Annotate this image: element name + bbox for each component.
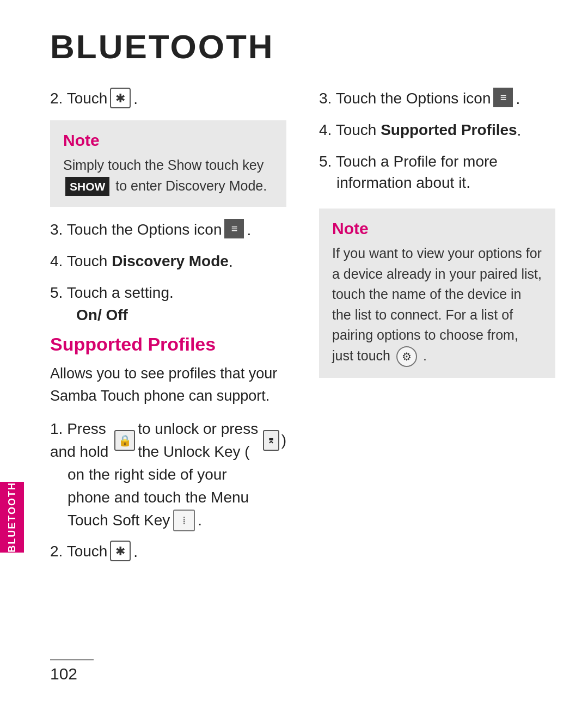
on-off-label: On/ Off — [76, 306, 286, 324]
step-3-right: 3. Touch the Options icon ≡ . — [319, 88, 555, 111]
step-2-period: . — [133, 88, 138, 111]
section-desc: Allows you to see profiles that your Sam… — [50, 363, 286, 407]
bluetooth-icon-2: ✱ — [110, 541, 131, 561]
note-title-2: Note — [332, 219, 542, 238]
page-title: BLUETOOTH — [50, 27, 555, 66]
step-4-right-bold: Supported Profiles — [381, 119, 517, 140]
step-3-period: . — [247, 219, 251, 242]
step-5-right-line2: information about it. — [336, 172, 555, 193]
two-column-layout: 2. Touch ✱ . Note Simply touch the Show … — [50, 88, 555, 643]
note-text-1a: Simply touch the Show touch key — [63, 157, 264, 173]
sub-step-2-text: 2. Touch — [50, 541, 107, 562]
step-4-right-prefix: 4. Touch — [319, 119, 376, 140]
unlock-key-icon: ⌆ — [263, 430, 279, 451]
supported-profiles-heading: Supported Profiles — [50, 334, 286, 355]
step-4-bold: Discovery Mode — [112, 250, 229, 272]
left-column: 2. Touch ✱ . Note Simply touch the Show … — [50, 88, 286, 643]
page-footer: 102 — [50, 643, 555, 683]
note-text-2: If you want to view your options for a d… — [332, 243, 542, 367]
options-icon-right: ≡ — [493, 88, 513, 107]
sub-step-1-line1: 1. Press and hold 🔒 to unlock or press t… — [50, 418, 286, 463]
note-box-2: Note If you want to view your options fo… — [319, 209, 555, 378]
page-number: 102 — [50, 665, 555, 683]
note-text-2-body: If you want to view your options for a d… — [332, 246, 542, 363]
sub-step-1-mid: to unlock or press the Unlock Key ( — [138, 418, 261, 463]
sub-step-1: 1. Press and hold 🔒 to unlock or press t… — [50, 418, 286, 532]
sidebar: BLUETOOTH — [0, 0, 28, 705]
step-4-period: . — [229, 250, 233, 273]
sub-step-2: 2. Touch ✱ . — [50, 541, 286, 563]
step-4-prefix: 4. Touch — [50, 250, 107, 272]
step-5-right-line1: 5. Touch a Profile for more — [319, 151, 555, 172]
sub-step-1-cont3: Touch Soft Key ⁞ . — [68, 509, 286, 532]
note-text-2-end: . — [423, 348, 427, 363]
main-content: BLUETOOTH 2. Touch ✱ . Note Simply touch… — [28, 0, 588, 705]
gear-icon: ⚙ — [396, 346, 417, 367]
sub-step-1-paren: ) — [281, 429, 286, 452]
footer-divider — [50, 659, 94, 660]
step-4-left: 4. Touch Discovery Mode . — [50, 250, 286, 273]
step-3-right-period: . — [516, 88, 520, 111]
sub-step-1-cont2: phone and touch the Menu — [68, 486, 286, 509]
options-icon-left: ≡ — [224, 219, 244, 238]
right-column: 3. Touch the Options icon ≡ . 4. Touch S… — [319, 88, 555, 643]
step-3-right-text: 3. Touch the Options icon — [319, 88, 491, 109]
menu-grid-icon: ⁞ — [173, 510, 195, 531]
note-text-1: Simply touch the Show touch key SHOW to … — [63, 155, 273, 196]
sub-step-1-cont: on the right side of your — [68, 463, 286, 486]
step-5-left: 5. Touch a setting. — [50, 282, 286, 303]
sidebar-tab: BLUETOOTH — [0, 482, 24, 553]
note-title-1: Note — [63, 131, 273, 150]
sidebar-label: BLUETOOTH — [7, 482, 18, 553]
note-box-1: Note Simply touch the Show touch key SHO… — [50, 120, 286, 207]
sub-step-2-period: . — [133, 541, 138, 563]
bluetooth-icon-1: ✱ — [110, 88, 131, 108]
lock-icon: 🔒 — [114, 430, 135, 451]
step-3-left: 3. Touch the Options icon ≡ . — [50, 219, 286, 242]
step-3-left-text: 3. Touch the Options icon — [50, 219, 222, 240]
step-4-right-period: . — [517, 119, 522, 142]
step-2-text: 2. Touch — [50, 88, 107, 109]
step-5-text: 5. Touch a setting. — [50, 282, 174, 303]
step-2: 2. Touch ✱ . — [50, 88, 286, 111]
sub-step-1-prefix: 1. Press and hold — [50, 418, 112, 463]
note-text-1b: to enter Discovery Mode. — [115, 178, 267, 193]
step-5-right: 5. Touch a Profile for more information … — [319, 151, 555, 193]
show-key: SHOW — [65, 177, 109, 197]
step-4-right: 4. Touch Supported Profiles . — [319, 119, 555, 142]
